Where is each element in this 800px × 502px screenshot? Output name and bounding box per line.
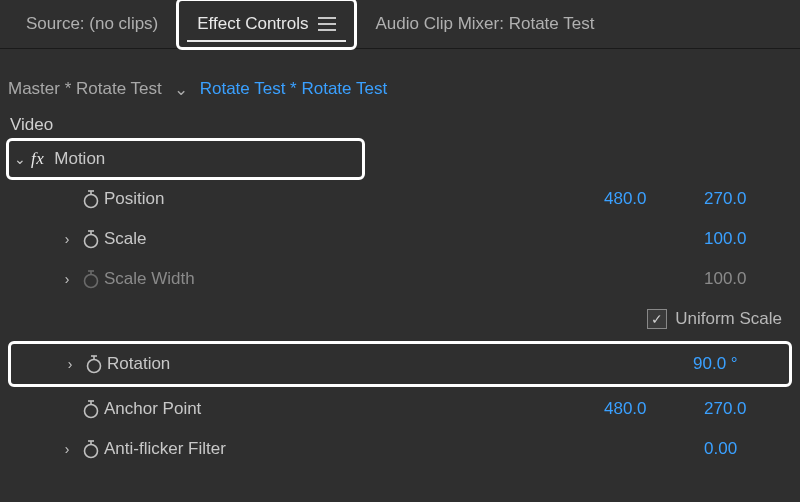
video-section-label: Video — [10, 115, 53, 134]
anti-flicker-label: Anti-flicker Filter — [104, 439, 404, 459]
position-stopwatch[interactable] — [78, 189, 104, 209]
position-label: Position — [104, 189, 404, 209]
tab-effect-controls-label: Effect Controls — [197, 14, 308, 34]
anchor-label: Anchor Point — [104, 399, 404, 419]
breadcrumb-clip[interactable]: Rotate Test * Rotate Test — [200, 79, 387, 99]
stopwatch-icon — [81, 439, 101, 459]
svg-point-12 — [85, 405, 98, 418]
fx-icon[interactable]: fx — [31, 149, 44, 169]
anchor-row: Anchor Point 480.0 270.0 — [0, 389, 800, 429]
motion-expand-toggle[interactable]: ⌄ — [9, 151, 31, 167]
effect-controls-panel: Source: (no clips) Effect Controls Audio… — [0, 0, 800, 502]
stopwatch-icon — [81, 269, 101, 289]
stopwatch-icon — [84, 354, 104, 374]
anchor-y[interactable]: 270.0 — [704, 399, 764, 419]
scale-stopwatch[interactable] — [78, 229, 104, 249]
scale-value[interactable]: 100.0 — [704, 229, 764, 249]
tab-audio-mixer[interactable]: Audio Clip Mixer: Rotate Test — [357, 0, 612, 48]
uniform-scale-checkbox[interactable]: ✓ — [647, 309, 667, 329]
rotation-highlight: › Rotation 90.0 ° — [8, 341, 792, 387]
uniform-scale-label: Uniform Scale — [675, 309, 782, 329]
rotation-expand-toggle[interactable]: › — [59, 356, 81, 372]
rotation-value[interactable]: 90.0 ° — [693, 354, 753, 374]
anchor-x[interactable]: 480.0 — [604, 399, 664, 419]
scale-width-expand-toggle[interactable]: › — [56, 271, 78, 287]
scale-expand-toggle[interactable]: › — [56, 231, 78, 247]
stopwatch-icon — [81, 229, 101, 249]
rotation-stopwatch[interactable] — [81, 354, 107, 374]
tab-source[interactable]: Source: (no clips) — [8, 0, 176, 48]
svg-point-0 — [85, 195, 98, 208]
motion-label[interactable]: Motion — [54, 149, 354, 169]
anti-flicker-value[interactable]: 0.00 — [704, 439, 764, 459]
uniform-scale-row: ✓ Uniform Scale — [0, 299, 800, 339]
tab-effect-controls[interactable]: Effect Controls — [179, 0, 354, 48]
anti-flicker-stopwatch[interactable] — [78, 439, 104, 459]
clip-breadcrumb: Master * Rotate Test ⌄ Rotate Test * Rot… — [0, 67, 800, 111]
rotation-label: Rotation — [107, 354, 407, 374]
motion-row: ⌄ fx Motion — [0, 139, 800, 179]
position-x[interactable]: 480.0 — [604, 189, 664, 209]
svg-point-9 — [88, 360, 101, 373]
scale-width-row: › Scale Width 100.0 — [0, 259, 800, 299]
motion-properties: ⌄ fx Motion Position 480.0 270.0 › Scale — [0, 139, 800, 469]
svg-point-15 — [85, 445, 98, 458]
scale-width-stopwatch — [78, 269, 104, 289]
panel-tabs: Source: (no clips) Effect Controls Audio… — [0, 0, 800, 49]
check-icon: ✓ — [651, 311, 663, 327]
position-row: Position 480.0 270.0 — [0, 179, 800, 219]
panel-menu-icon[interactable] — [318, 17, 336, 31]
scale-label: Scale — [104, 229, 404, 249]
scale-width-value: 100.0 — [704, 269, 764, 289]
svg-point-3 — [85, 235, 98, 248]
video-section-header: Video — [0, 111, 800, 139]
svg-point-6 — [85, 275, 98, 288]
anti-flicker-row: › Anti-flicker Filter 0.00 — [0, 429, 800, 469]
stopwatch-icon — [81, 189, 101, 209]
scale-width-label: Scale Width — [104, 269, 404, 289]
position-y[interactable]: 270.0 — [704, 189, 764, 209]
breadcrumb-master: Master * Rotate Test — [8, 79, 162, 99]
rotation-row: › Rotation 90.0 ° — [11, 344, 789, 384]
effect-controls-highlight: Effect Controls — [176, 0, 357, 50]
stopwatch-icon — [81, 399, 101, 419]
tab-audio-mixer-label: Audio Clip Mixer: Rotate Test — [375, 14, 594, 34]
anti-flicker-expand-toggle[interactable]: › — [56, 441, 78, 457]
chevron-down-icon[interactable]: ⌄ — [174, 79, 188, 100]
motion-highlight: ⌄ fx Motion — [6, 138, 365, 180]
tab-source-label: Source: (no clips) — [26, 14, 158, 34]
anchor-stopwatch[interactable] — [78, 399, 104, 419]
scale-row: › Scale 100.0 — [0, 219, 800, 259]
